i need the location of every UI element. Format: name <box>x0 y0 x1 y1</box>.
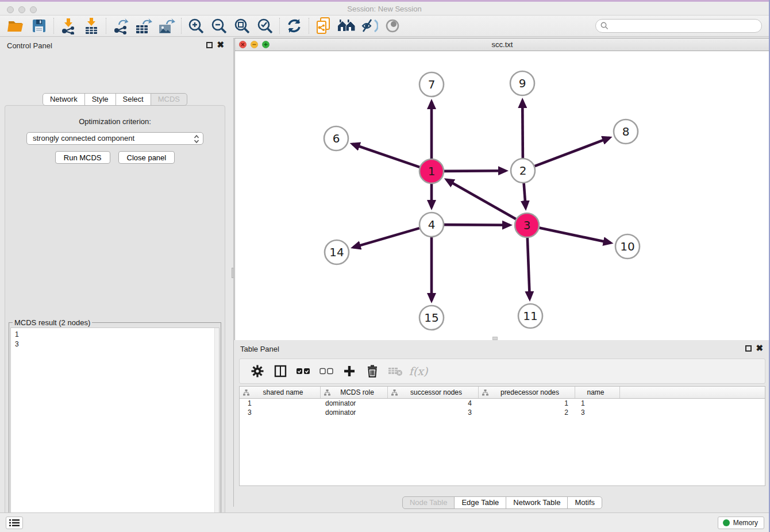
memory-label: Memory <box>733 519 758 527</box>
unchecked-boxes-icon <box>319 367 333 375</box>
zoom-selected-button[interactable] <box>253 17 276 35</box>
edge-4-14[interactable] <box>353 228 419 247</box>
clone-network-button[interactable] <box>312 17 335 35</box>
function-builder-button[interactable]: f(x) <box>410 364 427 379</box>
table-cell[interactable]: 1 <box>575 399 620 408</box>
gear-icon <box>251 365 264 377</box>
unselect-all-columns-button[interactable] <box>318 364 335 379</box>
criterion-dropdown[interactable]: strongly connected component <box>26 132 203 145</box>
mcds-panel: Optimization criterion: strongly connect… <box>5 105 225 532</box>
export-table-button[interactable] <box>132 17 155 35</box>
search-box[interactable] <box>595 19 762 33</box>
zoom-fit-button[interactable] <box>230 17 253 35</box>
edge-3-10[interactable] <box>540 228 611 243</box>
zoom-in-button[interactable] <box>184 17 207 35</box>
zoom-selected-icon <box>256 17 274 34</box>
edge-2-9[interactable] <box>522 101 523 158</box>
tab-style[interactable]: Style <box>84 93 116 106</box>
panel-splitter[interactable] <box>232 38 234 507</box>
tab-mcds[interactable]: MCDS <box>151 93 187 106</box>
table-row[interactable]: 1dominator411 <box>240 399 765 408</box>
open-folder-icon <box>7 18 25 33</box>
result-scrollbar[interactable] <box>214 328 219 532</box>
attribute-tree-icon <box>324 390 330 396</box>
hide-graphics-details-button[interactable] <box>358 17 381 35</box>
tab-network-table[interactable]: Network Table <box>506 496 568 509</box>
table-row[interactable]: 3dominator323 <box>240 408 765 417</box>
tab-node-table[interactable]: Node Table <box>402 496 455 509</box>
edge-2-3[interactable] <box>524 183 526 208</box>
network-window-titlebar[interactable]: scc.txt <box>235 38 769 51</box>
float-panel-icon[interactable] <box>206 42 213 48</box>
tab-edge-table[interactable]: Edge Table <box>454 496 506 509</box>
mcds-result-list[interactable]: 13 <box>10 327 220 532</box>
table-cell[interactable]: dominator <box>321 399 388 408</box>
float-table-panel-icon[interactable] <box>745 345 752 352</box>
column-layout-button[interactable] <box>272 364 289 379</box>
tab-select[interactable]: Select <box>116 93 151 106</box>
show-graphics-details-button[interactable] <box>381 17 404 35</box>
select-all-columns-button[interactable] <box>295 364 312 379</box>
export-network-button[interactable] <box>109 17 132 35</box>
edge-3-11[interactable] <box>528 238 530 299</box>
network-window-title: scc.txt <box>235 40 769 49</box>
table-cell[interactable]: 1 <box>479 399 575 408</box>
node-label-11: 11 <box>523 309 537 323</box>
table-cell[interactable]: 2 <box>479 408 575 417</box>
control-panel-tabs: NetworkStyleSelectMCDS <box>0 93 230 106</box>
search-input[interactable] <box>609 21 761 31</box>
delete-column-button[interactable] <box>364 364 381 379</box>
export-image-button[interactable] <box>155 17 178 35</box>
edge-4-3[interactable] <box>444 225 510 225</box>
column-header-name[interactable]: name <box>575 387 620 398</box>
import-network-button[interactable] <box>57 17 80 35</box>
home-button[interactable] <box>335 17 358 35</box>
node-table[interactable]: shared nameMCDS rolesuccessor nodesprede… <box>239 386 765 486</box>
column-header-MCDS-role[interactable]: MCDS role <box>321 387 388 398</box>
node-label-14: 14 <box>329 245 344 259</box>
table-cell[interactable]: 3 <box>240 408 321 417</box>
table-header[interactable]: shared nameMCDS rolesuccessor nodesprede… <box>240 387 765 399</box>
import-table-button[interactable] <box>80 17 103 35</box>
close-table-panel-icon[interactable]: ✖ <box>756 343 763 353</box>
zoom-out-button[interactable] <box>207 17 230 35</box>
table-settings-button[interactable] <box>249 364 266 379</box>
edge-1-6[interactable] <box>352 144 419 167</box>
table-cell[interactable]: 3 <box>575 408 620 417</box>
table-cell[interactable]: 3 <box>388 408 479 417</box>
close-panel-icon[interactable]: ✖ <box>217 40 224 50</box>
tab-network[interactable]: Network <box>43 93 85 106</box>
refresh-button[interactable] <box>283 17 306 35</box>
table-cell[interactable]: dominator <box>321 408 388 417</box>
save-session-button[interactable] <box>28 17 51 35</box>
column-header-successor-nodes[interactable]: successor nodes <box>388 387 479 398</box>
table-panel: Table Panel ✖ <box>234 341 770 510</box>
destroy-table-button[interactable] <box>387 364 404 379</box>
edge-1-2[interactable] <box>444 171 506 171</box>
add-column-button[interactable] <box>341 364 358 379</box>
column-header-predecessor-nodes[interactable]: predecessor nodes <box>479 387 575 398</box>
task-history-button[interactable] <box>6 516 23 529</box>
memory-button[interactable]: Memory <box>718 516 764 529</box>
table-cell[interactable]: 1 <box>240 399 321 408</box>
memory-status-icon <box>723 519 730 526</box>
column-header-shared-name[interactable]: shared name <box>240 387 321 398</box>
splitter-grip[interactable] <box>232 268 234 278</box>
close-panel-button[interactable]: Close panel <box>118 151 175 164</box>
run-mcds-button[interactable]: Run MCDS <box>55 151 110 164</box>
mcds-result-group: MCDS result (2 nodes) 13 <box>9 322 221 532</box>
tab-motifs[interactable]: Motifs <box>567 496 602 509</box>
status-bar: Memory <box>0 512 769 532</box>
edge-2-8[interactable] <box>535 138 610 167</box>
export-image-icon <box>157 17 176 34</box>
open-session-button[interactable] <box>5 17 28 35</box>
plus-icon <box>344 365 355 377</box>
edge-3-1[interactable] <box>446 180 516 219</box>
network-graph[interactable]: 7968124314101511 <box>235 51 770 340</box>
save-floppy-icon <box>32 18 47 33</box>
table-body[interactable]: 1dominator4113dominator323 <box>240 399 765 417</box>
network-canvas[interactable]: 7968124314101511 <box>235 51 769 340</box>
table-cell[interactable]: 4 <box>388 399 479 408</box>
horizontal-splitter-grip[interactable] <box>492 337 498 340</box>
refresh-icon <box>286 18 302 34</box>
